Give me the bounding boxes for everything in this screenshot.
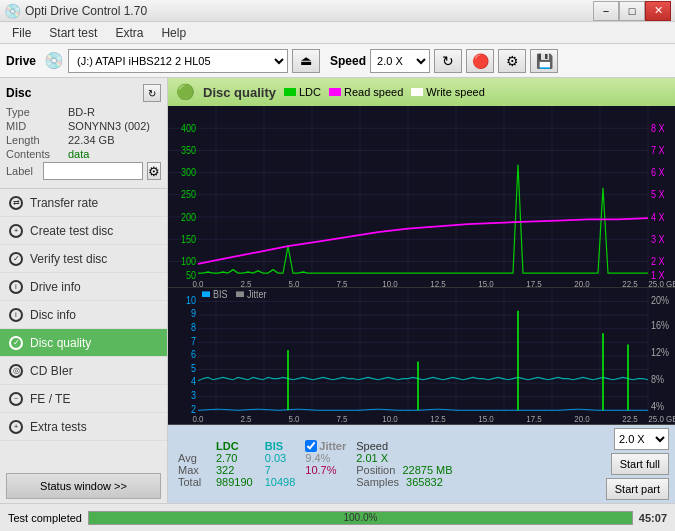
speed-display-value: 2.01 X	[356, 452, 388, 464]
app-icon: 💿	[4, 3, 21, 19]
bis-jitter-chart: 10 9 8 7 6 5 4 3 2 20% 16% 12% 8% 4%	[168, 288, 675, 424]
svg-text:10: 10	[186, 294, 196, 306]
label-settings-button[interactable]: ⚙	[147, 162, 161, 180]
disc-panel: Disc ↻ Type BD-R MID SONYNN3 (002) Lengt…	[0, 78, 167, 189]
disc-quality-icon: ✓	[8, 335, 24, 351]
svg-text:22.5: 22.5	[622, 413, 638, 424]
sidebar-item-cd-bier[interactable]: ◎ CD BIer	[0, 357, 167, 385]
sidebar-item-fe-te[interactable]: ~ FE / TE	[0, 385, 167, 413]
close-button[interactable]: ✕	[645, 1, 671, 21]
jitter-checkbox[interactable]	[305, 440, 317, 452]
svg-text:3: 3	[191, 390, 196, 402]
jitter-col-header: Jitter	[319, 440, 346, 452]
menu-extra[interactable]: Extra	[107, 24, 151, 42]
avg-jitter-value: 9.4%	[301, 452, 350, 464]
sidebar-item-disc-quality[interactable]: ✓ Disc quality	[0, 329, 167, 357]
menu-help[interactable]: Help	[153, 24, 194, 42]
svg-text:4%: 4%	[651, 401, 664, 413]
menu-bar: File Start test Extra Help	[0, 22, 675, 44]
total-row-label: Total	[174, 476, 210, 488]
maximize-button[interactable]: □	[619, 1, 645, 21]
svg-text:20.0: 20.0	[574, 413, 590, 424]
svg-text:5.0: 5.0	[288, 413, 299, 424]
ldc-legend-label: LDC	[299, 86, 321, 98]
start-part-button[interactable]: Start part	[606, 478, 669, 500]
disc-type-value: BD-R	[68, 106, 161, 118]
progress-bar-container: 100.0%	[88, 511, 633, 525]
gear-icon: ⚙	[148, 164, 160, 179]
extra-tests-label: Extra tests	[30, 420, 87, 434]
svg-text:6: 6	[191, 349, 196, 361]
write-speed-legend-color	[411, 88, 423, 96]
fe-te-icon: ~	[8, 391, 24, 407]
avg-ldc-value: 2.70	[210, 452, 259, 464]
svg-text:15.0: 15.0	[478, 413, 494, 424]
disc-contents-value: data	[68, 148, 161, 160]
bis-col-header: BIS	[259, 440, 302, 452]
save-icon: 💾	[536, 53, 553, 69]
menu-start-test[interactable]: Start test	[41, 24, 105, 42]
verify-disc-label: Verify test disc	[30, 252, 107, 266]
max-row-label: Max	[174, 464, 210, 476]
disc-mid-label: MID	[6, 120, 68, 132]
minimize-button[interactable]: −	[593, 1, 619, 21]
toolbar: Drive 💿 (J:) ATAPI iHBS212 2 HL05 ⏏ Spee…	[0, 44, 675, 78]
cd-bier-label: CD BIer	[30, 364, 73, 378]
sidebar-item-extra-tests[interactable]: + Extra tests	[0, 413, 167, 441]
svg-text:200: 200	[181, 211, 197, 223]
svg-text:6 X: 6 X	[651, 166, 665, 178]
speed-col-header: Speed	[350, 440, 458, 452]
save-button[interactable]: 💾	[530, 49, 558, 73]
svg-text:4: 4	[191, 376, 197, 388]
sidebar-item-create-test-disc[interactable]: + Create test disc	[0, 217, 167, 245]
svg-text:15.0: 15.0	[478, 279, 494, 288]
status-window-button[interactable]: Status window >>	[6, 473, 161, 499]
disc-label-input[interactable]	[43, 162, 143, 180]
disc-mid-value: SONYNN3 (002)	[68, 120, 161, 132]
svg-rect-79	[236, 292, 244, 298]
status-text: Test completed	[8, 512, 82, 524]
ldc-col-header: LDC	[210, 440, 259, 452]
svg-text:7.5: 7.5	[336, 413, 347, 424]
start-full-button[interactable]: Start full	[611, 453, 669, 475]
svg-text:9: 9	[191, 308, 196, 320]
svg-text:25.0 GB: 25.0 GB	[648, 279, 675, 288]
svg-text:22.5: 22.5	[622, 279, 638, 288]
svg-text:2 X: 2 X	[651, 255, 665, 267]
refresh-button[interactable]: ↻	[434, 49, 462, 73]
sidebar-item-disc-info[interactable]: i Disc info	[0, 301, 167, 329]
svg-text:5.0: 5.0	[288, 279, 299, 288]
bottom-panel: Test completed 100.0% 45:07	[0, 503, 675, 531]
svg-rect-77	[202, 292, 210, 298]
svg-text:12.5: 12.5	[430, 413, 446, 424]
eject-icon: ⏏	[300, 53, 312, 68]
avg-row-label: Avg	[174, 452, 210, 464]
erase-button[interactable]: 🔴	[466, 49, 494, 73]
test-speed-select[interactable]: 2.0 X	[614, 428, 669, 450]
title-bar: 💿 Opti Drive Control 1.70 − □ ✕	[0, 0, 675, 22]
chart-header: 🟢 Disc quality LDC Read speed Write spee…	[168, 78, 675, 106]
svg-text:100: 100	[181, 255, 197, 267]
drive-icon: 💿	[44, 51, 64, 70]
svg-text:5 X: 5 X	[651, 189, 665, 201]
sidebar-item-verify-test-disc[interactable]: ✓ Verify test disc	[0, 245, 167, 273]
eject-button[interactable]: ⏏	[292, 49, 320, 73]
transfer-rate-label: Transfer rate	[30, 196, 98, 210]
max-ldc-value: 322	[210, 464, 259, 476]
disc-length-label: Length	[6, 134, 68, 146]
sidebar-item-transfer-rate[interactable]: ⇄ Transfer rate	[0, 189, 167, 217]
svg-text:BIS: BIS	[213, 289, 228, 301]
svg-text:250: 250	[181, 189, 197, 201]
write-speed-legend-label: Write speed	[426, 86, 485, 98]
stats-table: LDC BIS Jitter Speed Avg 2.70 0.03 9.4% …	[174, 440, 459, 488]
svg-text:8: 8	[191, 322, 196, 334]
drive-info-icon: i	[8, 279, 24, 295]
sidebar-item-drive-info[interactable]: i Drive info	[0, 273, 167, 301]
svg-text:2.5: 2.5	[240, 413, 251, 424]
max-jitter-value: 10.7%	[301, 464, 350, 476]
speed-select[interactable]: 2.0 X	[370, 49, 430, 73]
menu-file[interactable]: File	[4, 24, 39, 42]
disc-refresh-button[interactable]: ↻	[143, 84, 161, 102]
settings-button[interactable]: ⚙	[498, 49, 526, 73]
drive-select[interactable]: (J:) ATAPI iHBS212 2 HL05	[68, 49, 288, 73]
